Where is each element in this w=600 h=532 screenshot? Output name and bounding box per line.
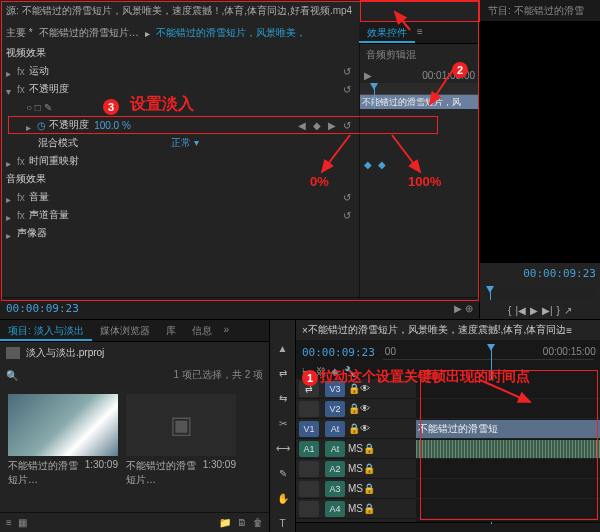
tool-razor[interactable]: ✂ bbox=[274, 415, 292, 432]
track-v1[interactable]: At bbox=[325, 421, 345, 437]
play-icon[interactable]: ▶ bbox=[530, 305, 538, 316]
timeline-ruler[interactable]: 00 00:00:15:00 bbox=[383, 344, 594, 360]
tab-program[interactable]: 节目: 不能错过的滑雪 bbox=[480, 0, 592, 21]
step-back-icon[interactable]: |◀ bbox=[515, 305, 526, 316]
project-item-sequence[interactable]: ▣ 不能错过的滑雪短片…1:30:09 bbox=[126, 394, 236, 487]
annotation-box-timeline bbox=[420, 370, 598, 520]
track-a3[interactable]: A3 bbox=[325, 481, 345, 497]
tool-palette: ▲ ⇄ ⇆ ✂ ⟷ ✎ ✋ T bbox=[270, 320, 296, 532]
project-icon bbox=[6, 347, 20, 359]
track-a1-src[interactable]: A1 bbox=[299, 441, 319, 457]
program-transport: { |◀ ▶ ▶| } ↗ bbox=[480, 302, 600, 319]
new-item-icon[interactable]: 🗎 bbox=[237, 517, 247, 528]
mark-in-icon[interactable]: { bbox=[508, 305, 511, 316]
track-v2[interactable]: V2 bbox=[325, 401, 345, 417]
tool-pen[interactable]: ✎ bbox=[274, 465, 292, 482]
annotation-box-opacity bbox=[8, 116, 438, 134]
tool-selection[interactable]: ▲ bbox=[274, 340, 292, 357]
grid-view-icon[interactable]: ▦ bbox=[18, 517, 27, 528]
program-viewport bbox=[480, 22, 600, 263]
export-frame-icon[interactable]: ↗ bbox=[564, 305, 572, 316]
project-item-video[interactable]: 不能错过的滑雪短片…1:30:09 bbox=[8, 394, 118, 487]
mark-out-icon[interactable]: } bbox=[557, 305, 560, 316]
new-bin-icon[interactable]: 📁 bbox=[219, 517, 231, 528]
trash-icon[interactable]: 🗑 bbox=[253, 517, 263, 528]
effects-timecode[interactable]: 00:00:09:23 bbox=[6, 302, 79, 315]
tool-track-select[interactable]: ⇄ bbox=[274, 365, 292, 382]
track-v1-src[interactable]: V1 bbox=[299, 421, 319, 437]
tool-ripple[interactable]: ⇆ bbox=[274, 390, 292, 407]
list-view-icon[interactable]: ≡ bbox=[6, 517, 12, 528]
timeline-timecode[interactable]: 00:00:09:23 bbox=[302, 346, 375, 359]
annotation-badge-3: 3 bbox=[103, 99, 119, 115]
annotation-fade-in: 设置淡入 bbox=[130, 94, 194, 115]
filter-info: 1 项已选择，共 2 项 bbox=[174, 368, 263, 382]
search-icon[interactable]: 🔍 bbox=[6, 370, 18, 381]
tool-slip[interactable]: ⟷ bbox=[274, 440, 292, 457]
annotation-badge-1: 1 bbox=[302, 370, 318, 386]
tab-media-browser[interactable]: 媒体浏览器 bbox=[92, 320, 158, 341]
timeline-tab[interactable]: × 不能错过的滑雪短片，风景唯美，速度震撼!,体育,体育同边 ≡ bbox=[296, 320, 600, 340]
zoom-icon[interactable]: ▶ ⊕ bbox=[454, 303, 473, 314]
annotation-badge-2: 2 bbox=[452, 62, 468, 78]
project-name: 淡入与淡出.prproj bbox=[26, 346, 104, 360]
tab-info[interactable]: 信息 bbox=[184, 320, 220, 341]
program-timecode[interactable]: 00:00:09:23 bbox=[523, 267, 596, 280]
tool-type[interactable]: T bbox=[274, 515, 292, 532]
annotation-100pct: 100% bbox=[408, 174, 441, 189]
tab-libraries[interactable]: 库 bbox=[158, 320, 184, 341]
tool-hand[interactable]: ✋ bbox=[274, 490, 292, 507]
step-fwd-icon[interactable]: ▶| bbox=[542, 305, 553, 316]
program-scrubber[interactable] bbox=[484, 286, 596, 300]
track-a2[interactable]: A2 bbox=[325, 461, 345, 477]
tab-project[interactable]: 项目: 淡入与淡出 bbox=[0, 320, 92, 341]
track-a4[interactable]: A4 bbox=[325, 501, 345, 517]
timeline-scrollbar[interactable] bbox=[296, 522, 600, 532]
annotation-box-tabs bbox=[360, 0, 480, 22]
annotation-box-main bbox=[1, 1, 479, 301]
annotation-drag-hint: 拉动这个设置关键帧出现的时间点 bbox=[320, 368, 530, 386]
track-a1[interactable]: At bbox=[325, 441, 345, 457]
annotation-0pct: 0% bbox=[310, 174, 329, 189]
